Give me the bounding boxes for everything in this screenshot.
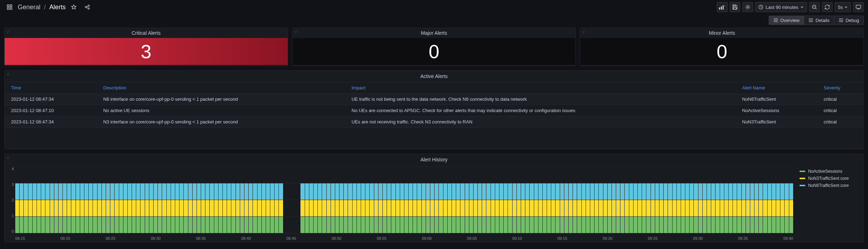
stat-value-critical: 3 [5, 38, 288, 65]
bar [309, 167, 313, 233]
info-icon[interactable]: i [583, 29, 584, 34]
bar [754, 167, 758, 233]
bar [638, 167, 642, 233]
bar [110, 167, 114, 233]
bar [595, 167, 598, 233]
bar [283, 167, 287, 233]
bar [89, 167, 93, 233]
zoom-out-icon[interactable] [809, 2, 820, 12]
bar [20, 167, 23, 233]
bar [361, 167, 365, 233]
col-header-time[interactable]: Time [5, 82, 97, 94]
add-panel-icon[interactable]: + [717, 2, 728, 12]
bar [634, 167, 637, 233]
bar [616, 167, 620, 233]
cell-impact: No UEs are connected to AP5GC. Check for… [345, 105, 736, 116]
bar [244, 167, 248, 233]
legend-item[interactable]: NoActiveSessions [800, 169, 860, 174]
svg-rect-3 [10, 8, 12, 10]
star-icon[interactable] [68, 2, 79, 12]
bar [391, 167, 395, 233]
svg-rect-14 [734, 5, 736, 6]
panel-minor-alerts[interactable]: i Minor Alerts 0 [580, 28, 864, 66]
apps-icon[interactable] [4, 2, 15, 12]
bar [84, 167, 88, 233]
panel-alert-history: i Alert History 43210 08:1508:2008:2508:… [4, 154, 864, 242]
bar [439, 167, 443, 233]
refresh-interval-picker[interactable]: 5s [835, 2, 851, 12]
bar [534, 167, 538, 233]
tab-overview[interactable]: Overview [769, 16, 804, 25]
share-icon[interactable] [82, 2, 93, 12]
time-range-picker[interactable]: Last 90 minutes [755, 2, 807, 12]
legend-item[interactable]: NoN6TrafficSent core [800, 183, 860, 188]
bar [318, 167, 322, 233]
bar [123, 167, 127, 233]
bar [258, 167, 261, 233]
bar [417, 167, 421, 233]
panel-major-alerts[interactable]: i Major Alerts 0 [292, 28, 576, 66]
tab-details[interactable]: Details [804, 16, 834, 25]
bar [569, 167, 573, 233]
bar [651, 167, 655, 233]
bar [703, 167, 707, 233]
table-row[interactable]: 2023-01-12 08:47:34N6 interface on core/… [5, 94, 863, 105]
bar [175, 167, 179, 233]
bar [620, 167, 624, 233]
bar [162, 167, 166, 233]
legend-label: NoN6TrafficSent core [808, 183, 849, 188]
bar [63, 167, 67, 233]
bar [80, 167, 84, 233]
bar [690, 167, 693, 233]
bar [24, 167, 28, 233]
info-icon[interactable]: i [7, 72, 9, 76]
bar [547, 167, 551, 233]
table-row[interactable]: 2023-01-12 08:47:10No active UE sessions… [5, 105, 863, 116]
save-icon[interactable] [730, 2, 740, 12]
breadcrumb: General / Alerts [18, 4, 66, 11]
breadcrumb-title[interactable]: Alerts [49, 4, 66, 11]
table-row[interactable]: 2023-01-12 08:47:34N3 interface on core/… [5, 116, 863, 128]
bar [711, 167, 715, 233]
bar [742, 167, 746, 233]
col-header-impact[interactable]: Impact [345, 82, 736, 94]
bar [629, 167, 633, 233]
bar [76, 167, 80, 233]
info-icon[interactable]: i [7, 155, 9, 160]
panel-critical-alerts[interactable]: i Critical Alerts 3 [4, 28, 288, 66]
bar [785, 167, 789, 233]
bar [128, 167, 132, 233]
bar [681, 167, 685, 233]
bar [668, 167, 672, 233]
info-icon[interactable]: i [7, 29, 9, 34]
bar [608, 167, 612, 233]
panel-title: Critical Alerts [5, 28, 288, 38]
col-header-sev[interactable]: Severity [817, 82, 863, 94]
monitor-icon[interactable] [853, 2, 864, 12]
chart-plot[interactable] [15, 167, 793, 233]
panel-title: Alert History [5, 154, 863, 165]
info-icon[interactable]: i [295, 29, 297, 34]
legend-item[interactable]: NoN3TrafficSent core [800, 176, 860, 181]
refresh-interval-label: 5s [838, 5, 843, 10]
bar [724, 167, 728, 233]
bar [93, 167, 97, 233]
panel-active-alerts: i Active Alerts Time Description Impact … [4, 70, 864, 149]
bar [664, 167, 668, 233]
bar [266, 167, 270, 233]
tab-debug[interactable]: Debug [834, 16, 864, 25]
chart-legend: NoActiveSessionsNoN3TrafficSent coreNoN6… [796, 165, 863, 242]
svg-rect-1 [10, 5, 12, 7]
refresh-icon[interactable] [822, 2, 833, 12]
col-header-name[interactable]: Alert Name [736, 82, 817, 94]
col-header-desc[interactable]: Description [97, 82, 345, 94]
list-icon [808, 18, 813, 22]
gear-icon[interactable] [742, 2, 753, 12]
bar [443, 167, 447, 233]
bar [759, 167, 763, 233]
bar [275, 167, 278, 233]
bar [158, 167, 162, 233]
breadcrumb-folder[interactable]: General [18, 4, 40, 11]
bar [491, 167, 495, 233]
bar [642, 167, 646, 233]
